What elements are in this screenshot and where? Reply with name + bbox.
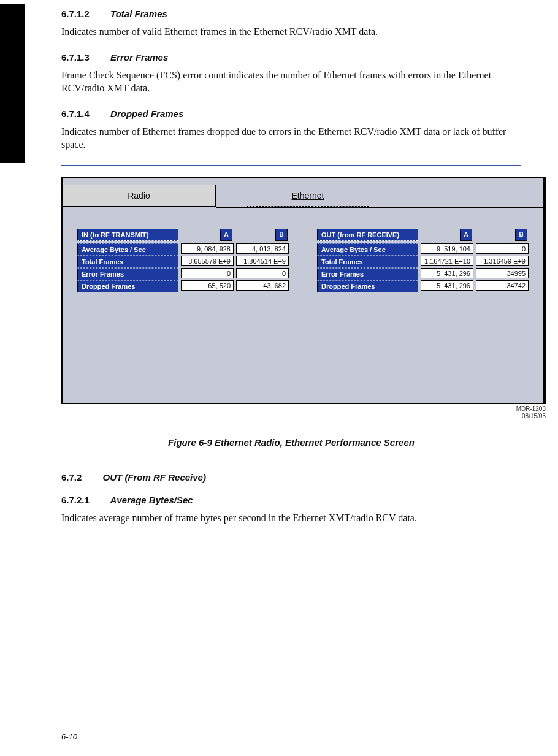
row-label-error: Error Frames (77, 268, 178, 280)
col-a-header: A (220, 229, 232, 241)
figure-date: 08/15/05 (522, 413, 546, 419)
tab-radio[interactable]: Radio (63, 185, 216, 207)
in-dropped-a: 65, 520 (181, 280, 234, 291)
heading-6-7-2-1: 6.7.2.1 Average Bytes/Sec (61, 495, 521, 505)
row-label-total: Total Frames (77, 256, 178, 268)
tab-underline (216, 207, 543, 208)
sec-title: Average Bytes/Sec (110, 495, 193, 505)
sec-num: 6.7.1.2 (61, 9, 90, 19)
heading-6-7-1-3: 6.7.1.3 Error Frames (61, 52, 521, 63)
in-dropped-b: 43, 682 (236, 280, 289, 291)
in-total-b: 1.804514 E+9 (236, 256, 289, 266)
col-b-header: B (275, 229, 288, 241)
panel-in: IN (to RF TRANSMIT) A B Average Bytes / … (77, 229, 292, 292)
figure-caption: Figure 6-9 Ethernet Radio, Ethernet Perf… (61, 437, 521, 448)
col-b-header: B (515, 229, 527, 241)
row-label-avg: Average Bytes / Sec (317, 243, 418, 256)
row-label-dropped: Dropped Frames (317, 280, 418, 292)
out-error-a: 5, 431, 296 (421, 268, 473, 278)
figure-container: Radio Ethernet IN (to RF TRANSMIT) A B (61, 177, 546, 420)
sec-num: 6.7.2.1 (61, 495, 90, 505)
row-label-dropped: Dropped Frames (77, 280, 178, 292)
heading-6-7-1-4: 6.7.1.4 Dropped Frames (61, 109, 521, 119)
row-label-avg: Average Bytes / Sec (77, 243, 178, 256)
panel-out: OUT (from RF RECEIVE) A B Average Bytes … (317, 229, 532, 292)
out-dropped-a: 5, 431, 296 (421, 280, 473, 291)
out-total-a: 1.164721 E+10 (421, 256, 473, 266)
sec-title: Error Frames (110, 52, 168, 63)
heading-6-7-2: 6.7.2 OUT (From RF Receive) (61, 472, 521, 483)
in-total-a: 8.655579 E+9 (181, 256, 234, 266)
in-avg-b: 4, 013, 824 (236, 243, 289, 254)
sec-num: 6.7.1.4 (61, 109, 90, 119)
sec-num: 6.7.1.3 (61, 52, 90, 63)
row-label-error: Error Frames (317, 268, 418, 280)
sec-body: Indicates number of Ethernet frames drop… (61, 125, 521, 151)
col-a-header: A (460, 229, 472, 241)
figure-id: MDR-1203 (516, 405, 546, 412)
tab-ethernet[interactable]: Ethernet (247, 185, 369, 207)
panel-out-title: OUT (from RF RECEIVE) (317, 229, 418, 241)
out-dropped-b: 34742 (476, 280, 529, 291)
in-error-a: 0 (181, 268, 234, 278)
out-error-b: 34995 (476, 268, 529, 278)
ethernet-performance-panel: Radio Ethernet IN (to RF TRANSMIT) A B (61, 177, 546, 404)
side-tab (0, 4, 25, 163)
heading-6-7-1-2: 6.7.1.2 Total Frames (61, 4, 521, 19)
out-avg-b: 0 (476, 243, 529, 254)
divider (61, 165, 521, 166)
out-avg-a: 9, 519, 104 (421, 243, 473, 254)
in-error-b: 0 (236, 268, 289, 278)
page-number: 6-10 (61, 732, 77, 741)
sec-body: Indicates number of valid Ethernet frame… (61, 25, 521, 39)
sec-num: 6.7.2 (61, 472, 82, 483)
figure-meta: MDR-1203 08/15/05 (61, 405, 546, 420)
sec-title: Total Frames (110, 9, 167, 19)
sec-body: Frame Check Sequence (FCS) error count i… (61, 69, 521, 95)
sec-title: Dropped Frames (110, 109, 183, 119)
row-label-total: Total Frames (317, 256, 418, 268)
in-avg-a: 9, 084, 928 (181, 243, 234, 254)
out-total-b: 1.316459 E+9 (476, 256, 529, 266)
tab-bar: Radio Ethernet (63, 185, 543, 212)
sec-body: Indicates average number of frame bytes … (61, 511, 521, 525)
sec-title: OUT (From RF Receive) (103, 472, 206, 483)
panel-in-title: IN (to RF TRANSMIT) (77, 229, 178, 241)
